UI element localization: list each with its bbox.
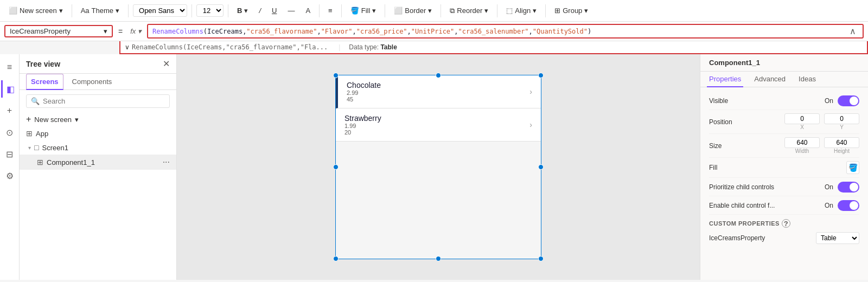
custom-properties-help-icon[interactable]: ? [782, 219, 790, 228]
tree-item-app-label: App [36, 130, 48, 138]
list-item-strawberry[interactable]: Strawberry 1.99 20 › [336, 108, 541, 142]
group-icon: ⊞ [554, 7, 560, 15]
prop-visible-toggle[interactable] [838, 95, 859, 106]
menu-icon-button[interactable]: ≡ [1, 59, 18, 76]
align-text-button[interactable]: ≡ [324, 4, 337, 17]
prop-size-value: 640 Width 640 Height [784, 137, 859, 154]
component-icon-button[interactable]: ⊟ [1, 145, 18, 163]
formula-dropdown-chevron: ∨ [125, 43, 130, 51]
align-button[interactable]: ⬚ Align ▾ [502, 4, 541, 17]
prop-position-x-input[interactable]: 0 [784, 113, 820, 124]
data-icon-button[interactable]: ⊙ [1, 124, 18, 141]
search-input[interactable] [43, 97, 165, 105]
reorder-chevron-icon: ▾ [484, 7, 488, 15]
font-family-select[interactable]: Open Sans [133, 4, 187, 17]
reorder-button[interactable]: ⧉ Reorder ▾ [445, 4, 493, 17]
formula-data-type-label: Data type: Table [349, 43, 397, 51]
prop-prioritize-toggle[interactable] [838, 182, 859, 193]
tools-icon-button[interactable]: ⚙ [1, 167, 18, 184]
list-item-strawberry-content: Strawberry 1.99 20 [344, 114, 381, 136]
separator5 [319, 4, 320, 17]
fx-button[interactable]: fx ▾ [130, 27, 142, 35]
handle-middle-right[interactable] [538, 164, 544, 170]
strikethrough-icon: — [288, 7, 295, 15]
strawberry-price: 1.99 [344, 123, 381, 129]
custom-prop-type-select[interactable]: Table [816, 232, 859, 244]
component1-menu-icon[interactable]: ··· [163, 157, 170, 167]
tree-panel: Tree view ✕ Screens Components 🔍 + New s… [20, 54, 177, 280]
handle-bottom-middle[interactable] [436, 256, 441, 261]
handle-bottom-left[interactable] [333, 256, 339, 261]
custom-prop-label: IceCreamsProperty [709, 234, 765, 242]
tab-properties[interactable]: Properties [707, 72, 743, 87]
prop-enable-child-value: On [825, 200, 859, 211]
prop-enable-child-on-label: On [825, 202, 833, 209]
prop-position-y-input[interactable]: 0 [824, 113, 859, 124]
new-screen-plus-icon: + [26, 114, 31, 124]
component-icon: ⊟ [6, 149, 13, 159]
font-color-icon: A [305, 7, 310, 15]
border-label: Border [405, 7, 426, 15]
tab-advanced[interactable]: Advanced [752, 72, 788, 87]
handle-top-right[interactable] [538, 73, 544, 78]
tree-item-app[interactable]: ⊞ App [20, 126, 176, 140]
prop-enable-child: Enable child control f... On [709, 196, 859, 215]
prop-size-width-label: Width [795, 148, 809, 154]
new-screen-tree-label: New screen [34, 116, 72, 124]
list-item-chocolate-content: Chocolate 2.99 45 [347, 81, 381, 102]
screen1-icon: □ [34, 143, 39, 152]
tree-close-button[interactable]: ✕ [163, 59, 170, 69]
handle-top-middle[interactable] [436, 73, 441, 78]
group-button[interactable]: ⊞ Group ▾ [550, 4, 592, 17]
tab-ideas[interactable]: Ideas [796, 72, 818, 87]
canvas-component[interactable]: Chocolate 2.99 45 › Strawberry 1.99 20 › [335, 75, 541, 259]
new-screen-button-tree[interactable]: + New screen ▾ [20, 112, 176, 126]
handle-bottom-right[interactable] [538, 256, 544, 261]
handle-top-left[interactable] [333, 73, 339, 78]
theme-button[interactable]: Aa Theme ▾ [76, 4, 124, 17]
prop-enable-child-toggle[interactable] [838, 200, 859, 211]
tab-screens[interactable]: Screens [26, 74, 63, 90]
formula-input[interactable]: RenameColumns(IceCreams,"cra56_flavornam… [147, 24, 864, 39]
bold-button[interactable]: B ▾ [233, 4, 252, 17]
fill-label: Fill [361, 7, 371, 15]
canvas-area: › Chocolate 2.99 45 › [177, 54, 700, 280]
new-screen-tree-chevron-icon: ▾ [75, 116, 79, 124]
tree-item-screen1[interactable]: ▾ □ Screen1 [20, 140, 176, 155]
tree-header: Tree view ✕ [20, 54, 176, 74]
handle-middle-left[interactable] [333, 164, 339, 170]
separator10 [545, 4, 546, 17]
border-button[interactable]: ⬜ Border ▾ [390, 4, 436, 17]
prop-size-height-input[interactable]: 640 [824, 137, 859, 148]
prop-size-height-label: Height [834, 148, 850, 154]
list-container: Chocolate 2.99 45 › Strawberry 1.99 20 › [336, 75, 541, 142]
new-screen-button[interactable]: ⬜ New screen ▾ [4, 4, 67, 17]
list-item-chocolate[interactable]: Chocolate 2.99 45 › [336, 75, 541, 108]
prop-visible-on-label: On [825, 97, 833, 105]
prop-position-x-label: X [800, 124, 804, 130]
fill-icon: 🪣 [350, 7, 359, 15]
add-icon-button[interactable]: + [1, 102, 18, 119]
tree-item-component1-label: Component1_1 [47, 158, 95, 166]
fill-button[interactable]: 🪣 Fill ▾ [346, 4, 381, 17]
tree-item-component1[interactable]: ⊞ Component1_1 ··· [20, 155, 176, 170]
prop-prioritize-label: Prioritize child controls [709, 183, 780, 191]
strikethrough-button[interactable]: — [283, 4, 299, 17]
prop-fill-paint-icon[interactable]: 🪣 [846, 161, 859, 174]
layers-icon-button[interactable]: ◧ [1, 80, 18, 98]
formula-expand-icon[interactable]: ∧ [847, 26, 858, 36]
prop-size-width-input[interactable]: 640 [784, 137, 820, 148]
chocolate-chevron-icon: › [529, 87, 532, 96]
font-color-button[interactable]: A [301, 4, 315, 17]
tree-items: ⊞ App ▾ □ Screen1 ⊞ Component1_1 ··· [20, 126, 176, 280]
prop-fill: Fill 🪣 [709, 158, 859, 178]
separator9 [497, 4, 497, 17]
italic-button[interactable]: / [254, 4, 265, 17]
font-size-select[interactable]: 12 [196, 4, 224, 17]
property-selector[interactable]: IceCreamsProperty ▾ [4, 25, 113, 37]
tree-search-container: 🔍 [26, 94, 170, 108]
tab-components[interactable]: Components [68, 74, 117, 90]
right-panel: Component1_1 Properties Advanced Ideas V… [700, 54, 868, 280]
underline-button[interactable]: U [267, 4, 281, 17]
prop-position-value: 0 X 0 Y [784, 113, 859, 130]
